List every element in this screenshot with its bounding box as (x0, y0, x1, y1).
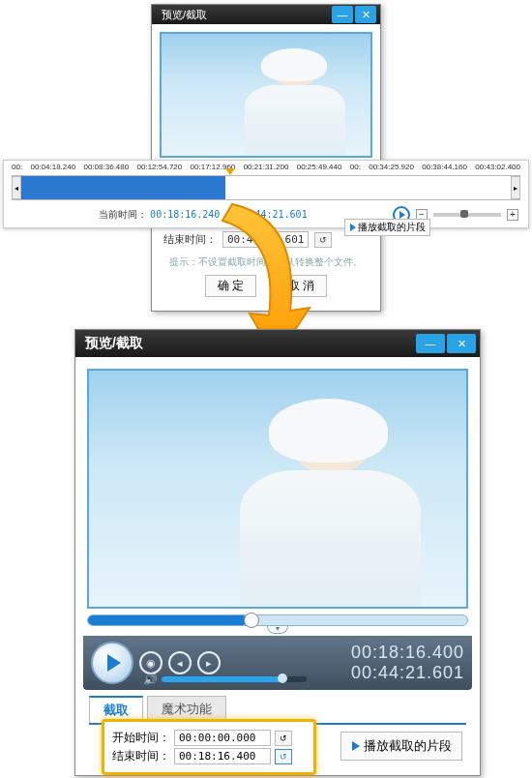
scroll-right-button[interactable]: ▸ (511, 176, 520, 199)
close-button[interactable]: ✕ (447, 334, 476, 353)
current-time-value: 00:18:16.240 / 00:44:21.601 (150, 209, 308, 220)
set-start-time-button[interactable]: ↺ (275, 731, 292, 746)
window-title: 预览/截取 (79, 335, 143, 352)
play-clip-button-small[interactable]: 播放截取的片段 (344, 219, 430, 236)
set-end-time-button[interactable]: ↺ (275, 749, 292, 764)
start-time-field[interactable]: 00:00:00.000 (174, 730, 271, 746)
current-time-display: 00:18:16.400 (351, 643, 464, 663)
timeline-ruler[interactable]: ◂ ▸ (12, 175, 520, 200)
cancel-button[interactable]: 取 消 (276, 275, 327, 297)
video-preview (87, 369, 468, 609)
play-button[interactable] (91, 642, 133, 684)
step-forward-button[interactable]: ▸ (197, 651, 221, 674)
volume-slider[interactable] (162, 676, 307, 682)
preview-clip-dialog-large: 预览/截取 — ✕ ▾ ◉ ◂ ▸ 00:18:16.400 00:44:21.… (74, 329, 481, 776)
time-range-highlight: 开始时间： 00:00:00.000 ↺ 结束时间： 00:18:16.400 … (102, 719, 316, 775)
play-clip-button[interactable]: 播放截取的片段 (340, 732, 462, 761)
end-time-field[interactable]: 00:18:16.400 (174, 748, 271, 764)
end-time-label: 结束时间： (112, 748, 170, 764)
set-end-time-button[interactable]: ↺ (314, 232, 332, 248)
volume-up-button[interactable]: + (507, 209, 518, 221)
preview-clip-dialog-small: 预览/截取 — ✕ 结束时间： 00:44:21.601 ↺ 提示：不设置截取时… (151, 4, 381, 312)
scroll-left-button[interactable]: ◂ (12, 176, 21, 199)
current-time-label: 当前时间： (99, 209, 147, 220)
window-title: 预览/截取 (156, 8, 207, 22)
video-preview (160, 32, 372, 158)
titlebar[interactable]: 预览/截取 — ✕ (152, 5, 380, 24)
stop-button[interactable]: ◉ (139, 651, 163, 674)
start-time-label: 开始时间： (112, 730, 170, 746)
timeline-volume-slider[interactable] (433, 213, 501, 217)
playback-controls: ◉ ◂ ▸ 00:18:16.400 00:44:21.601 🔊 (83, 636, 472, 690)
end-time-label: 结束时间： (163, 232, 217, 247)
volume-icon[interactable]: 🔊 (143, 673, 158, 686)
minimize-button[interactable]: — (332, 6, 353, 23)
end-time-field[interactable]: 00:44:21.601 (222, 231, 309, 248)
seek-slider[interactable] (87, 614, 468, 626)
total-time-display: 00:44:21.601 (351, 663, 464, 683)
minimize-button[interactable]: — (416, 334, 445, 353)
step-back-button[interactable]: ◂ (168, 651, 192, 674)
timeline-ticks: 00: 00:04:18.240 00:08:36.480 00:12:54.7… (4, 161, 528, 173)
titlebar[interactable]: 预览/截取 — ✕ (75, 330, 480, 357)
timeline-zoom-panel: 00: 00:04:18.240 00:08:36.480 00:12:54.7… (3, 160, 529, 228)
close-button[interactable]: ✕ (355, 6, 376, 23)
ok-button[interactable]: 确 定 (205, 275, 256, 297)
playhead-marker[interactable] (225, 168, 235, 175)
hint-text: 提示：不设置截取时间则默认转换整个文件。 (163, 255, 369, 269)
